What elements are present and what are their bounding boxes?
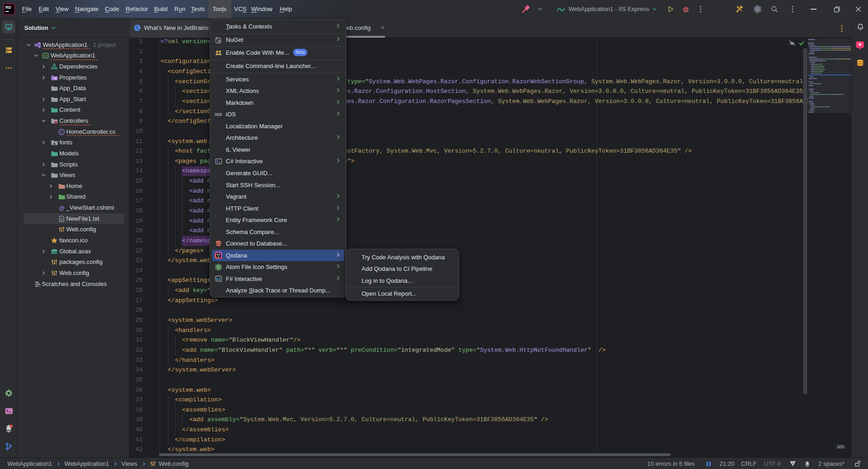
svg-text:@: @ (59, 205, 65, 212)
svg-text:iOS: iOS (215, 112, 222, 117)
svg-text:asp: asp (52, 250, 57, 253)
svg-text:C: C (60, 130, 63, 134)
svg-text:C#: C# (44, 54, 48, 57)
svg-text:F#: F# (216, 277, 221, 281)
svg-text:RD: RD (6, 5, 11, 10)
svg-text:A: A (53, 142, 56, 146)
